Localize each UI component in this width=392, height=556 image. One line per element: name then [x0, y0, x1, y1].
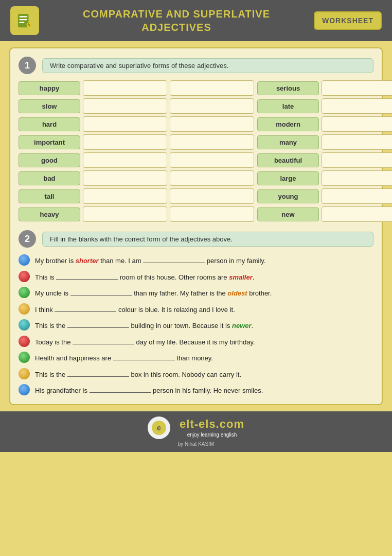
adj-superlative-input[interactable] [170, 116, 254, 132]
list-item: I think colour is blue. It is relaxing a… [19, 303, 373, 315]
adj-word: tall [19, 189, 80, 203]
adj-word: large [257, 171, 319, 185]
section2-header: 2 Fill in the blanks with the correct fo… [19, 230, 373, 248]
sentence-text: Health and happiness are than money. [35, 351, 373, 363]
bullet-icon [19, 271, 30, 282]
adj-word: late [257, 99, 319, 113]
fill-blank [67, 319, 129, 328]
footer-brand-text: elt-els.com [180, 418, 244, 431]
list-item: This is room of this house. Other rooms … [19, 270, 373, 283]
adj-word: serious [257, 81, 319, 95]
table-row: modern [257, 116, 392, 132]
sentence-text: This is the box in this room. Nobody can… [35, 368, 373, 380]
table-row: good [19, 152, 254, 168]
list-item: This is the building in our town. Becaus… [19, 319, 373, 331]
bullet-icon [19, 368, 30, 379]
bullet-icon [19, 352, 30, 363]
adj-word: hard [19, 117, 80, 131]
adj-superlative-input[interactable] [170, 206, 254, 222]
footer-brand: e elt-els.com enjoy learning english [148, 416, 244, 439]
adj-word: important [19, 135, 80, 149]
table-row: tall [19, 188, 254, 204]
section2: 2 Fill in the blanks with the correct fo… [19, 230, 373, 396]
table-row: beautiful [257, 152, 392, 168]
adj-superlative-input[interactable] [170, 134, 254, 150]
adjectives-grid: happy slow hard important good [19, 80, 373, 222]
adj-comparative-input[interactable] [83, 98, 167, 114]
main-content: 1 Write comparative and superlative form… [9, 47, 383, 405]
table-row: happy [19, 80, 254, 96]
table-row: hard [19, 116, 254, 132]
worksheet-badge: WORKSHEET [314, 11, 382, 30]
bullet-icon [19, 287, 30, 298]
adj-comparative-input[interactable] [322, 188, 392, 204]
adj-word: modern [257, 117, 319, 131]
footer-author: by Nihat KASIM [178, 441, 215, 447]
fill-blank [67, 368, 129, 377]
adj-comparative-input[interactable] [322, 80, 392, 96]
header: COMPARATIVE AND SUPERLATIVE ADJECTIVES W… [0, 0, 392, 41]
sentence-text: This is room of this house. Other rooms … [35, 270, 373, 283]
table-row: new [257, 206, 392, 222]
table-row: young [257, 188, 392, 204]
adj-word: slow [19, 99, 80, 113]
table-row: bad [19, 170, 254, 186]
highlight-word: oldest [227, 289, 247, 297]
sentence-text: My uncle is than my father. My father is… [35, 286, 373, 299]
list-item: His grandfather is person in his family.… [19, 384, 373, 396]
list-item: My brother is shorter than me. I am pers… [19, 254, 373, 266]
adj-superlative-input[interactable] [170, 152, 254, 168]
adj-word: bad [19, 171, 80, 185]
adj-superlative-input[interactable] [170, 80, 254, 96]
fill-blank [90, 384, 151, 393]
bullet-icon [19, 254, 30, 266]
fill-blank [55, 303, 116, 312]
adj-word: heavy [19, 207, 80, 221]
list-item: Health and happiness are than money. [19, 351, 373, 363]
adj-superlative-input[interactable] [170, 98, 254, 114]
adj-comparative-input[interactable] [322, 134, 392, 150]
highlight-word: newer [232, 322, 252, 329]
section2-instruction: Fill in the blanks with the correct form… [42, 232, 373, 247]
fill-blank [70, 286, 132, 296]
adj-comparative-input[interactable] [322, 170, 392, 186]
sentence-text: His grandfather is person in his family.… [35, 384, 373, 396]
highlight-word: shorter [76, 257, 99, 265]
fill-sentences-list: My brother is shorter than me. I am pers… [19, 254, 373, 396]
adj-col-left: happy slow hard important good [19, 80, 254, 222]
adj-word: many [257, 135, 319, 149]
adj-comparative-input[interactable] [83, 188, 167, 204]
header-title: COMPARATIVE AND SUPERLATIVE ADJECTIVES [39, 7, 314, 34]
fill-blank [143, 254, 205, 263]
adj-comparative-input[interactable] [322, 206, 392, 222]
sentence-text: Today is the day of my life. Because it … [35, 335, 373, 348]
sentence-text: This is the building in our town. Becaus… [35, 319, 373, 331]
table-row: large [257, 170, 392, 186]
svg-text:e: e [157, 424, 161, 432]
bullet-icon [19, 384, 30, 395]
adj-comparative-input[interactable] [322, 152, 392, 168]
adj-word: beautiful [257, 153, 319, 167]
footer-tagline: enjoy learning english [180, 432, 244, 438]
adj-comparative-input[interactable] [83, 206, 167, 222]
adj-comparative-input[interactable] [83, 170, 167, 186]
footer: e elt-els.com enjoy learning english by … [0, 411, 392, 452]
adj-superlative-input[interactable] [170, 170, 254, 186]
adj-superlative-input[interactable] [170, 188, 254, 204]
section1-instruction: Write comparative and superlative forms … [42, 58, 373, 73]
adj-comparative-input[interactable] [322, 98, 392, 114]
bullet-icon [19, 319, 30, 331]
adj-comparative-input[interactable] [322, 116, 392, 132]
sentence-text: I think colour is blue. It is relaxing a… [35, 303, 373, 315]
list-item: This is the box in this room. Nobody can… [19, 368, 373, 380]
footer-logo: e [148, 416, 170, 439]
table-row: late [257, 98, 392, 114]
adj-comparative-input[interactable] [83, 116, 167, 132]
adj-comparative-input[interactable] [83, 134, 167, 150]
adj-comparative-input[interactable] [83, 152, 167, 168]
sentence-text: My brother is shorter than me. I am pers… [35, 254, 373, 266]
section1-header: 1 Write comparative and superlative form… [19, 57, 373, 74]
adj-comparative-input[interactable] [83, 80, 167, 96]
adj-col-right: serious late modern many beautiful [257, 80, 392, 222]
highlight-word: smaller [229, 273, 253, 281]
